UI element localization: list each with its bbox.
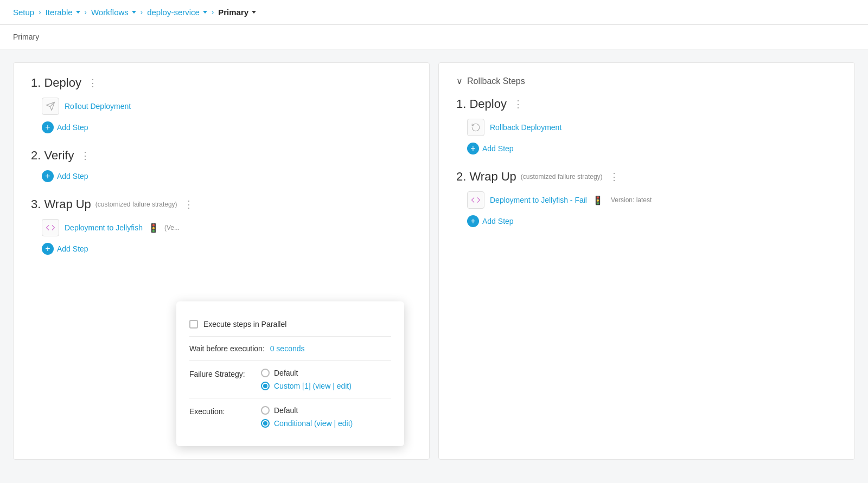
chevron-down-icon: [203, 11, 207, 14]
stage-wrapup: 3. Wrap Up (customized failure strategy)…: [31, 197, 412, 255]
rollback-wrapup-title: 2. Wrap Up: [456, 170, 516, 184]
execute-parallel-checkbox[interactable]: [189, 320, 198, 329]
stage-deploy: 1. Deploy ⋮ Rollout Deployment + Add Ste…: [31, 76, 412, 133]
wait-label: Wait before execution:: [189, 344, 265, 353]
execution-conditional-radio[interactable]: [261, 419, 270, 428]
deployment-jellyfish-fail-link[interactable]: Deployment to Jellyfish - Fail: [490, 196, 587, 204]
stage-deploy-title: 1. Deploy: [31, 76, 81, 90]
execution-row: Execution: Default Conditional (view | e…: [189, 406, 391, 428]
rollback-deploy-header: 1. Deploy ⋮: [456, 97, 837, 111]
right-panel: ∨ Rollback Steps 1. Deploy ⋮ Rollback De…: [438, 62, 855, 460]
failure-custom-option[interactable]: Custom [1] (view | edit): [261, 382, 352, 390]
execute-parallel-row: Execute steps in Parallel: [189, 312, 391, 337]
step-rollback-deployment: Rollback Deployment: [467, 119, 837, 136]
step-icon-box: [42, 98, 59, 115]
rollback-deployment-link[interactable]: Rollback Deployment: [490, 123, 561, 132]
stage-wrapup-title: 3. Wrap Up: [31, 197, 91, 211]
stage-wrapup-header: 3. Wrap Up (customized failure strategy)…: [31, 197, 412, 211]
breadcrumb-workflows[interactable]: Workflows: [91, 8, 136, 17]
execution-section: Execution: Default Conditional (view | e…: [189, 398, 391, 435]
step-icon-box-code: [42, 219, 59, 236]
stage-deploy-menu[interactable]: ⋮: [88, 77, 99, 89]
execute-parallel-label: Execute steps in Parallel: [203, 320, 286, 329]
collapse-icon[interactable]: ∨: [456, 76, 463, 86]
stage-wrapup-subtitle: (customized failure strategy): [95, 201, 177, 208]
breadcrumb-primary[interactable]: Primary: [218, 8, 256, 17]
code-icon: [46, 223, 55, 233]
failure-default-option[interactable]: Default: [261, 369, 352, 377]
radio-inner-dot: [263, 384, 267, 388]
left-panel: 1. Deploy ⋮ Rollout Deployment + Add Ste…: [13, 62, 430, 460]
execution-options: Default Conditional (view | edit): [261, 406, 353, 428]
execution-default-option[interactable]: Default: [261, 406, 353, 415]
add-step-button-wrapup[interactable]: + Add Step: [42, 243, 88, 255]
wait-execution-section: Wait before execution: 0 seconds: [189, 337, 391, 361]
breadcrumb: Setup › Iterable › Workflows › deploy-se…: [0, 0, 868, 25]
page-title: Primary: [13, 33, 39, 41]
execution-default-label: Default: [274, 406, 298, 415]
wait-value[interactable]: 0 seconds: [270, 344, 305, 353]
stage-settings-popup: Execute steps in Parallel Wait before ex…: [176, 301, 404, 446]
rollback-wrapup-menu[interactable]: ⋮: [609, 171, 620, 183]
step-icon-box-code-fail: [467, 191, 484, 209]
failure-strategy-section: Failure Strategy: Default Custom [1] (vi…: [189, 361, 391, 398]
add-step-button-rollback-wrapup[interactable]: + Add Step: [467, 215, 514, 227]
stage-deploy-header: 1. Deploy ⋮: [31, 76, 412, 90]
rollback-header: ∨ Rollback Steps: [456, 76, 837, 86]
plus-icon: +: [42, 170, 54, 182]
failure-strategy-row: Failure Strategy: Default Custom [1] (vi…: [189, 369, 391, 390]
failure-strategy-options: Default Custom [1] (view | edit): [261, 369, 352, 390]
stage-verify: 2. Verify ⋮ + Add Step: [31, 149, 412, 182]
failure-custom-label[interactable]: Custom [1] (view | edit): [274, 382, 352, 390]
traffic-light-icon-fail: 🚦: [592, 195, 603, 205]
rollback-label: Rollback Steps: [467, 76, 525, 86]
breadcrumb-iterable[interactable]: Iterable: [46, 8, 80, 17]
step-deployment-jellyfish: Deployment to Jellyfish 🚦 (Ve...: [42, 219, 412, 236]
breadcrumb-deploy-service[interactable]: deploy-service: [147, 8, 207, 17]
add-step-button-deploy[interactable]: + Add Step: [42, 121, 88, 133]
code-icon-fail: [471, 195, 481, 205]
deployment-jellyfish-link[interactable]: Deployment to Jellyfish: [65, 223, 143, 232]
plus-icon: +: [42, 121, 54, 133]
chevron-down-icon: [252, 11, 256, 14]
chevron-down-icon: [76, 11, 80, 14]
breadcrumb-sep-4: ›: [212, 8, 214, 16]
rollback-stage-wrapup: 2. Wrap Up (customized failure strategy)…: [456, 170, 837, 227]
failure-default-radio[interactable]: [261, 369, 270, 377]
rollback-deploy-title: 1. Deploy: [456, 97, 507, 111]
version-latest: Version: latest: [611, 196, 652, 204]
execution-conditional-option[interactable]: Conditional (view | edit): [261, 419, 353, 428]
rollout-deployment-link[interactable]: Rollout Deployment: [65, 102, 131, 111]
rollback-icon: [471, 123, 481, 132]
chevron-down-icon: [132, 11, 136, 14]
breadcrumb-setup[interactable]: Setup: [13, 8, 34, 17]
plus-icon: +: [467, 143, 479, 154]
plus-icon: +: [42, 243, 54, 255]
plus-icon: +: [467, 215, 479, 227]
breadcrumb-sep-1: ›: [39, 8, 41, 16]
execution-default-radio[interactable]: [261, 406, 270, 415]
step-icon-box-refresh: [467, 119, 484, 136]
step-rollout-deployment: Rollout Deployment: [42, 98, 412, 115]
breadcrumb-sep-3: ›: [141, 8, 143, 16]
stage-verify-header: 2. Verify ⋮: [31, 149, 412, 163]
traffic-light-icon: 🚦: [148, 223, 159, 233]
breadcrumb-sep-2: ›: [85, 8, 87, 16]
rollback-wrapup-subtitle: (customized failure strategy): [521, 173, 603, 181]
main-content: 1. Deploy ⋮ Rollout Deployment + Add Ste…: [0, 49, 868, 473]
version-text: (Ve...: [164, 224, 180, 231]
rollback-deploy-menu[interactable]: ⋮: [513, 98, 524, 110]
add-step-button-rollback-deploy[interactable]: + Add Step: [467, 143, 514, 154]
failure-strategy-label: Failure Strategy:: [189, 369, 254, 378]
radio-inner-dot: [263, 421, 267, 426]
paper-plane-icon: [46, 101, 55, 111]
rollback-wrapup-header: 2. Wrap Up (customized failure strategy)…: [456, 170, 837, 184]
stage-verify-title: 2. Verify: [31, 149, 74, 163]
execution-label: Execution:: [189, 406, 254, 416]
stage-verify-menu[interactable]: ⋮: [80, 150, 91, 162]
stage-wrapup-menu[interactable]: ⋮: [184, 198, 195, 210]
failure-default-label: Default: [274, 369, 298, 377]
execution-conditional-label[interactable]: Conditional (view | edit): [274, 419, 353, 428]
add-step-button-verify[interactable]: + Add Step: [42, 170, 88, 182]
failure-custom-radio[interactable]: [261, 382, 270, 390]
